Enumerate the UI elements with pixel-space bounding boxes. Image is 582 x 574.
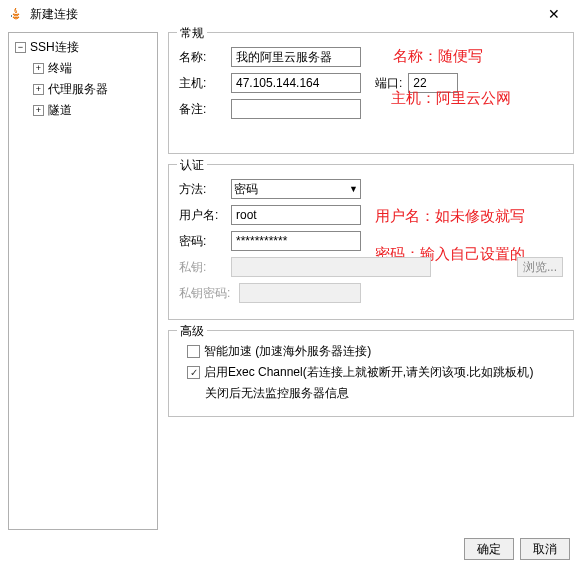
accel-checkbox[interactable] (187, 345, 200, 358)
password-label: 密码: (179, 233, 231, 250)
titlebar: 新建连接 ✕ (0, 0, 582, 28)
tree-label: 终端 (48, 60, 72, 77)
auth-legend: 认证 (177, 157, 207, 174)
browse-button: 浏览... (517, 257, 563, 277)
tree-item-terminal[interactable]: + 终端 (11, 58, 155, 79)
tree-label: 隧道 (48, 102, 72, 119)
window-title: 新建连接 (30, 6, 534, 23)
keypass-input (239, 283, 361, 303)
method-label: 方法: (179, 181, 231, 198)
accel-label: 智能加速 (加速海外服务器连接) (204, 343, 371, 360)
ok-button[interactable]: 确定 (464, 538, 514, 560)
advanced-legend: 高级 (177, 323, 207, 340)
chevron-down-icon: ▼ (349, 184, 358, 194)
general-legend: 常规 (177, 25, 207, 42)
method-select[interactable]: 密码 ▼ (231, 179, 361, 199)
tree-label: 代理服务器 (48, 81, 108, 98)
name-input[interactable] (231, 47, 361, 67)
keypass-label: 私钥密码: (179, 285, 239, 302)
tree-item-proxy[interactable]: + 代理服务器 (11, 79, 155, 100)
advanced-fieldset: 高级 智能加速 (加速海外服务器连接) ✓ 启用Exec Channel(若连接… (168, 330, 574, 417)
tree-item-tunnel[interactable]: + 隧道 (11, 100, 155, 121)
tree-label: SSH连接 (30, 39, 79, 56)
general-fieldset: 常规 名称: 名称：随便写 主机: 端口: 主机：阿里云公网 备注: (168, 32, 574, 154)
name-label: 名称: (179, 49, 231, 66)
sidebar-tree: − SSH连接 + 终端 + 代理服务器 + 隧道 (8, 32, 158, 530)
tree-root-ssh[interactable]: − SSH连接 (11, 37, 155, 58)
dialog-buttons: 确定 取消 (0, 530, 582, 568)
java-icon (8, 6, 24, 22)
close-button[interactable]: ✕ (534, 2, 574, 26)
privatekey-input (231, 257, 431, 277)
username-input[interactable] (231, 205, 361, 225)
auth-fieldset: 认证 方法: 密码 ▼ 用户名: 用户名：如未修改就写 密码: 密码：输入自己设… (168, 164, 574, 320)
name-annotation: 名称：随便写 (393, 47, 483, 66)
host-input[interactable] (231, 73, 361, 93)
exec-label: 启用Exec Channel(若连接上就被断开,请关闭该项.比如跳板机) (204, 364, 533, 381)
username-annotation: 用户名：如未修改就写 (375, 207, 525, 226)
collapse-icon[interactable]: − (15, 42, 26, 53)
privatekey-label: 私钥: (179, 259, 231, 276)
expand-icon[interactable]: + (33, 84, 44, 95)
host-label: 主机: (179, 75, 231, 92)
remark-label: 备注: (179, 101, 231, 118)
remark-input[interactable] (231, 99, 361, 119)
exec-checkbox[interactable]: ✓ (187, 366, 200, 379)
method-value: 密码 (234, 181, 258, 198)
expand-icon[interactable]: + (33, 63, 44, 74)
username-label: 用户名: (179, 207, 231, 224)
exec-note: 关闭后无法监控服务器信息 (205, 385, 563, 402)
cancel-button[interactable]: 取消 (520, 538, 570, 560)
exec-checkbox-row[interactable]: ✓ 启用Exec Channel(若连接上就被断开,请关闭该项.比如跳板机) (187, 364, 563, 381)
content-area: − SSH连接 + 终端 + 代理服务器 + 隧道 常规 名称: 名称：随便写 … (0, 28, 582, 530)
accel-checkbox-row[interactable]: 智能加速 (加速海外服务器连接) (187, 343, 563, 360)
expand-icon[interactable]: + (33, 105, 44, 116)
main-panel: 常规 名称: 名称：随便写 主机: 端口: 主机：阿里云公网 备注: 认证 (168, 32, 574, 530)
password-input[interactable] (231, 231, 361, 251)
